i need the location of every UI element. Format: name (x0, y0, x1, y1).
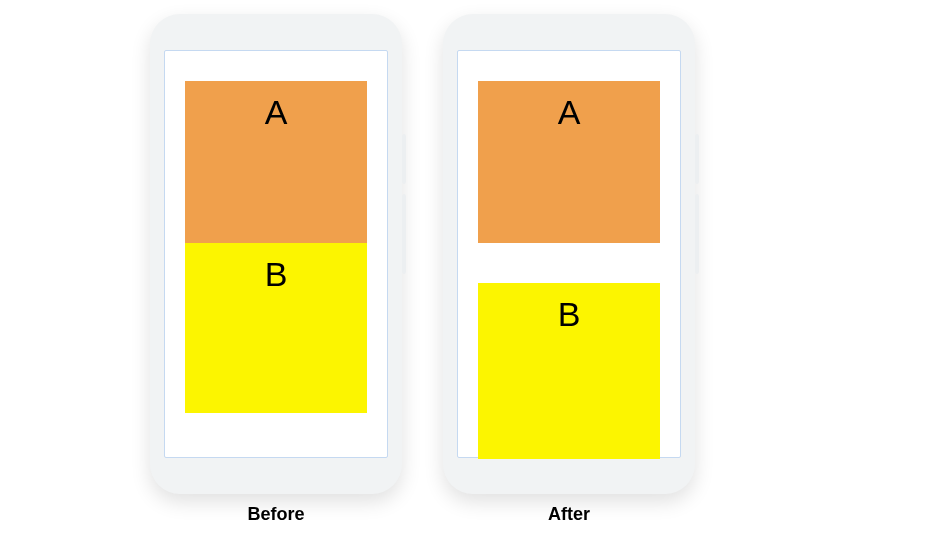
caption-before: Before (150, 504, 402, 525)
block-b-before: B (185, 243, 367, 413)
phone-mockup-before: A B (150, 14, 402, 494)
phone-screen-before: A B (164, 50, 388, 458)
phone-screen-after: A B (457, 50, 681, 458)
block-a-after: A (478, 81, 660, 243)
comparison-diagram: A B Before A B After (0, 0, 946, 533)
block-a-before: A (185, 81, 367, 243)
block-b-after: B (478, 283, 660, 459)
phone-mockup-after: A B (443, 14, 695, 494)
caption-after: After (443, 504, 695, 525)
